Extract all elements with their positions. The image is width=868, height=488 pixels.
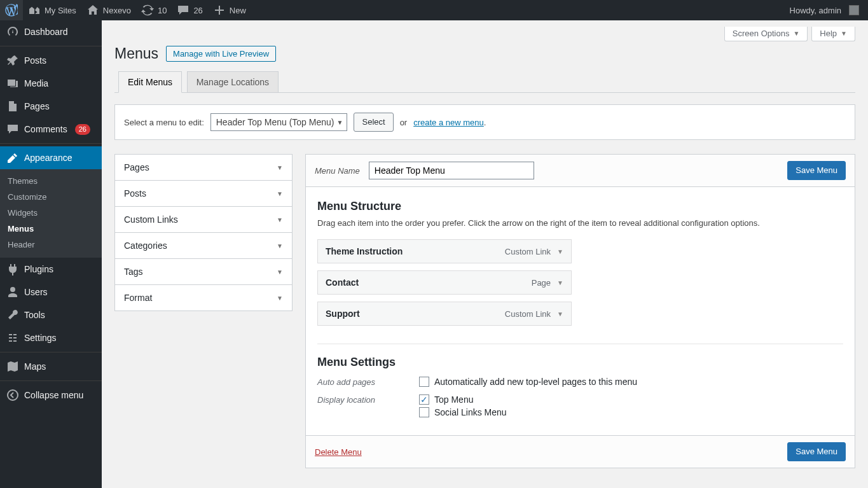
new-label: New (230, 6, 246, 15)
caret-down-icon: ▼ (841, 30, 847, 37)
acc-pages[interactable]: Pages▼ (115, 155, 292, 180)
sidebar-label-users: Users (24, 287, 48, 297)
sidebar-item-tools[interactable]: Tools (0, 303, 102, 326)
menu-item-row[interactable]: Contact Page▼ (317, 270, 572, 295)
page-icon (6, 100, 19, 113)
new-content-link[interactable]: New (208, 0, 251, 20)
or-text: or (400, 118, 408, 127)
collapse-menu[interactable]: Collapse menu (0, 384, 102, 407)
menu-editor: Menu Name Save Menu Menu Structure Drag … (305, 154, 855, 468)
submenu-menus[interactable]: Menus (0, 221, 102, 237)
sidebar-label-settings: Settings (24, 333, 57, 343)
acc-custom-links-label: Custom Links (124, 214, 178, 225)
sidebar-item-users[interactable]: Users (0, 281, 102, 303)
menu-selector-dropdown[interactable]: Header Top Menu (Top Menu) (210, 113, 348, 131)
account-link[interactable]: Howdy, admin (785, 0, 864, 20)
select-menu-button[interactable]: Select (354, 113, 393, 132)
auto-add-checkbox[interactable] (419, 377, 429, 387)
home-icon (86, 4, 99, 17)
submenu-widgets[interactable]: Widgets (0, 205, 102, 221)
tab-manage-locations[interactable]: Manage Locations (187, 71, 279, 92)
acc-format[interactable]: Format▼ (115, 285, 292, 310)
comments-badge: 26 (75, 124, 90, 135)
media-icon (6, 77, 19, 90)
menu-separator (0, 380, 102, 381)
submenu-customize[interactable]: Customize (0, 189, 102, 205)
location-top-label: Top Menu (434, 394, 473, 405)
create-menu-link[interactable]: create a new menu (413, 118, 484, 127)
period: . (484, 118, 486, 127)
acc-pages-label: Pages (124, 162, 149, 172)
collapse-label: Collapse menu (24, 390, 83, 400)
acc-tags[interactable]: Tags▼ (115, 259, 292, 284)
tab-edit-menus[interactable]: Edit Menus (118, 71, 182, 93)
main-content: Screen Options ▼ Help ▼ Menus Manage wit… (102, 20, 868, 488)
help-toggle[interactable]: Help ▼ (811, 27, 855, 41)
menu-selector-value: Header Top Menu (Top Menu) (216, 117, 334, 127)
delete-menu-link[interactable]: Delete Menu (315, 447, 362, 457)
caret-down-icon: ▼ (277, 164, 283, 171)
sidebar-item-settings[interactable]: Settings (0, 326, 102, 349)
acc-categories-label: Categories (124, 241, 167, 251)
menu-separator (0, 143, 102, 144)
sidebar-item-pages[interactable]: Pages (0, 95, 102, 118)
save-menu-button-bottom[interactable]: Save Menu (787, 442, 846, 461)
sidebar-item-plugins[interactable]: Plugins (0, 258, 102, 281)
sidebar-item-media[interactable]: Media (0, 72, 102, 95)
save-menu-button-top[interactable]: Save Menu (787, 161, 846, 180)
caret-down-icon: ▼ (277, 242, 283, 249)
comments-link[interactable]: 26 (172, 0, 207, 20)
screen-options-toggle[interactable]: Screen Options ▼ (724, 27, 808, 41)
menu-name-input[interactable] (369, 162, 534, 179)
submenu-header[interactable]: Header (0, 237, 102, 253)
sidebar-item-comments[interactable]: Comments 26 (0, 118, 102, 141)
caret-down-icon[interactable]: ▼ (557, 248, 563, 255)
submenu-themes[interactable]: Themes (0, 173, 102, 189)
acc-categories[interactable]: Categories▼ (115, 233, 292, 258)
select-menu-label: Select a menu to edit: (124, 118, 204, 127)
acc-posts[interactable]: Posts▼ (115, 181, 292, 206)
site-link[interactable]: Nexevo (81, 0, 136, 20)
live-preview-button[interactable]: Manage with Live Preview (166, 46, 276, 62)
sidebar-label-appearance: Appearance (24, 153, 72, 163)
manage-menus-bar: Select a menu to edit: Header Top Menu (… (114, 104, 855, 140)
acc-custom-links[interactable]: Custom Links▼ (115, 207, 292, 232)
maps-icon (6, 360, 19, 373)
tools-icon (6, 309, 19, 321)
location-top-checkbox[interactable]: ✓ (419, 394, 429, 405)
auto-add-label: Auto add pages (317, 377, 419, 387)
menu-name-label: Menu Name (315, 166, 360, 176)
wp-logo[interactable] (0, 0, 23, 20)
acc-tags-label: Tags (124, 267, 143, 277)
admin-sidebar: Dashboard Posts Media Pages Comments 26 … (0, 20, 102, 488)
menu-settings: Auto add pages Automatically add new top… (317, 374, 843, 422)
sidebar-label-posts: Posts (24, 55, 46, 66)
plus-icon (213, 4, 226, 17)
caret-down-icon[interactable]: ▼ (557, 279, 563, 286)
sidebar-item-appearance[interactable]: Appearance (0, 146, 102, 169)
caret-down-icon: ▼ (277, 216, 283, 223)
sidebar-item-posts[interactable]: Posts (0, 49, 102, 72)
caret-down-icon[interactable]: ▼ (557, 310, 563, 317)
caret-down-icon: ▼ (277, 190, 283, 197)
menu-item-label: Support (326, 309, 360, 319)
menu-editor-header: Menu Name Save Menu (306, 155, 855, 187)
add-items-panel: Pages▼ Posts▼ Custom Links▼ Categories▼ … (114, 154, 293, 311)
menu-item-row[interactable]: Support Custom Link▼ (317, 302, 572, 326)
menu-item-label: Theme Instruction (326, 246, 403, 256)
plugins-icon (6, 263, 19, 275)
separator (317, 344, 843, 344)
howdy-label: Howdy, admin (790, 6, 841, 15)
acc-format-label: Format (124, 293, 152, 303)
menu-item-row[interactable]: Theme Instruction Custom Link▼ (317, 239, 572, 263)
sidebar-item-maps[interactable]: Maps (0, 355, 102, 378)
menu-settings-heading: Menu Settings (317, 356, 843, 369)
sidebar-item-dashboard[interactable]: Dashboard (0, 20, 102, 43)
sidebar-label-pages: Pages (24, 101, 50, 111)
help-label: Help (820, 29, 837, 38)
location-social-checkbox[interactable] (419, 407, 429, 417)
my-sites-link[interactable]: My Sites (23, 0, 81, 20)
menu-item-type: Custom Link (505, 309, 551, 319)
my-sites-label: My Sites (45, 6, 76, 15)
updates-link[interactable]: 10 (136, 0, 172, 20)
